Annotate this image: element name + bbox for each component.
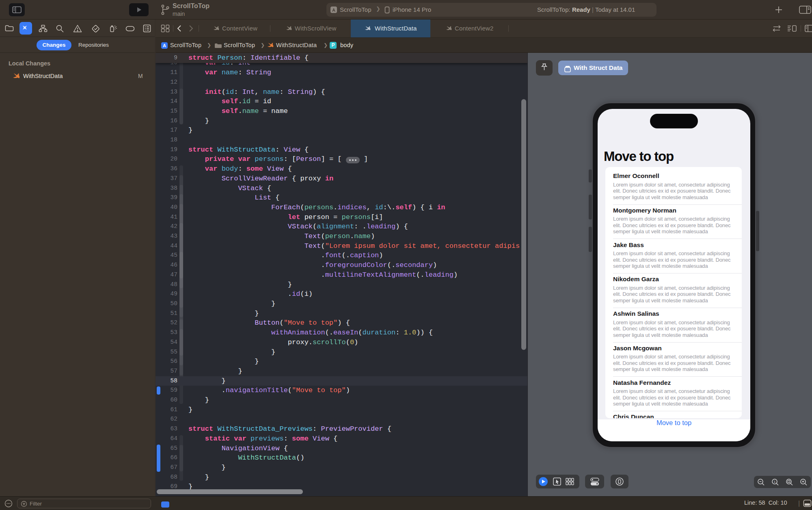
svg-text:1: 1 xyxy=(774,480,776,484)
